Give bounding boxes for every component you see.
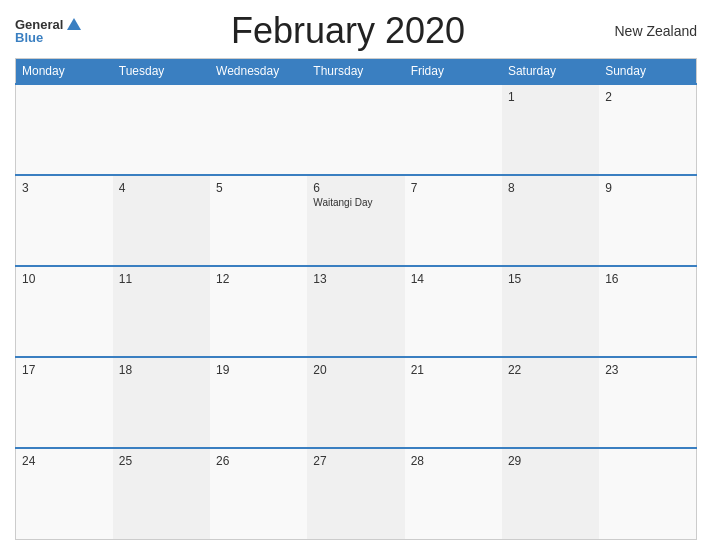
cell-date-number: 5 xyxy=(216,181,301,195)
cell-date-number: 16 xyxy=(605,272,690,286)
cell-date-number: 21 xyxy=(411,363,496,377)
calendar-header-row: Monday Tuesday Wednesday Thursday Friday… xyxy=(16,59,697,85)
calendar-cell: 15 xyxy=(502,266,599,357)
cell-event-label: Waitangi Day xyxy=(313,197,398,208)
cell-date-number: 24 xyxy=(22,454,107,468)
cell-date-number: 7 xyxy=(411,181,496,195)
calendar-cell: 16 xyxy=(599,266,696,357)
col-tuesday: Tuesday xyxy=(113,59,210,85)
cell-date-number: 25 xyxy=(119,454,204,468)
calendar-cell: 19 xyxy=(210,357,307,448)
cell-date-number: 8 xyxy=(508,181,593,195)
calendar-cell: 2 xyxy=(599,84,696,175)
calendar-week-row: 242526272829 xyxy=(16,448,697,539)
calendar-cell xyxy=(307,84,404,175)
col-thursday: Thursday xyxy=(307,59,404,85)
cell-date-number: 2 xyxy=(605,90,690,104)
calendar-cell xyxy=(405,84,502,175)
col-friday: Friday xyxy=(405,59,502,85)
calendar-cell: 6Waitangi Day xyxy=(307,175,404,266)
calendar-cell: 25 xyxy=(113,448,210,539)
logo: General Blue xyxy=(15,18,81,44)
calendar-cell xyxy=(599,448,696,539)
calendar-cell: 12 xyxy=(210,266,307,357)
calendar-week-row: 17181920212223 xyxy=(16,357,697,448)
col-wednesday: Wednesday xyxy=(210,59,307,85)
cell-date-number: 10 xyxy=(22,272,107,286)
cell-date-number: 9 xyxy=(605,181,690,195)
calendar-cell: 1 xyxy=(502,84,599,175)
cell-date-number: 11 xyxy=(119,272,204,286)
calendar-cell: 8 xyxy=(502,175,599,266)
calendar-cell: 26 xyxy=(210,448,307,539)
calendar-cell: 24 xyxy=(16,448,113,539)
calendar-table: Monday Tuesday Wednesday Thursday Friday… xyxy=(15,58,697,540)
page: General Blue February 2020 New Zealand M… xyxy=(0,0,712,550)
col-saturday: Saturday xyxy=(502,59,599,85)
calendar-cell xyxy=(16,84,113,175)
cell-date-number: 15 xyxy=(508,272,593,286)
cell-date-number: 23 xyxy=(605,363,690,377)
cell-date-number: 3 xyxy=(22,181,107,195)
calendar-cell xyxy=(113,84,210,175)
calendar-cell: 18 xyxy=(113,357,210,448)
calendar-cell: 28 xyxy=(405,448,502,539)
calendar-cell: 9 xyxy=(599,175,696,266)
calendar-cell: 22 xyxy=(502,357,599,448)
cell-date-number: 19 xyxy=(216,363,301,377)
calendar-week-row: 12 xyxy=(16,84,697,175)
calendar-cell: 3 xyxy=(16,175,113,266)
calendar-cell: 21 xyxy=(405,357,502,448)
calendar-title: February 2020 xyxy=(81,10,614,52)
cell-date-number: 22 xyxy=(508,363,593,377)
col-monday: Monday xyxy=(16,59,113,85)
cell-date-number: 27 xyxy=(313,454,398,468)
cell-date-number: 4 xyxy=(119,181,204,195)
calendar-cell: 4 xyxy=(113,175,210,266)
header: General Blue February 2020 New Zealand xyxy=(15,10,697,52)
cell-date-number: 14 xyxy=(411,272,496,286)
country-label: New Zealand xyxy=(615,23,698,39)
calendar-cell: 23 xyxy=(599,357,696,448)
calendar-cell: 14 xyxy=(405,266,502,357)
cell-date-number: 28 xyxy=(411,454,496,468)
calendar-cell: 10 xyxy=(16,266,113,357)
cell-date-number: 26 xyxy=(216,454,301,468)
calendar-cell: 20 xyxy=(307,357,404,448)
calendar-week-row: 10111213141516 xyxy=(16,266,697,357)
cell-date-number: 6 xyxy=(313,181,398,195)
calendar-cell xyxy=(210,84,307,175)
cell-date-number: 12 xyxy=(216,272,301,286)
cell-date-number: 29 xyxy=(508,454,593,468)
calendar-week-row: 3456Waitangi Day789 xyxy=(16,175,697,266)
calendar-cell: 13 xyxy=(307,266,404,357)
cell-date-number: 13 xyxy=(313,272,398,286)
cell-date-number: 20 xyxy=(313,363,398,377)
calendar-cell: 11 xyxy=(113,266,210,357)
calendar-cell: 17 xyxy=(16,357,113,448)
logo-blue-text: Blue xyxy=(15,31,43,44)
logo-triangle-icon xyxy=(67,18,81,30)
calendar-cell: 27 xyxy=(307,448,404,539)
cell-date-number: 18 xyxy=(119,363,204,377)
cell-date-number: 17 xyxy=(22,363,107,377)
calendar-cell: 7 xyxy=(405,175,502,266)
col-sunday: Sunday xyxy=(599,59,696,85)
calendar-cell: 29 xyxy=(502,448,599,539)
cell-date-number: 1 xyxy=(508,90,593,104)
calendar-cell: 5 xyxy=(210,175,307,266)
